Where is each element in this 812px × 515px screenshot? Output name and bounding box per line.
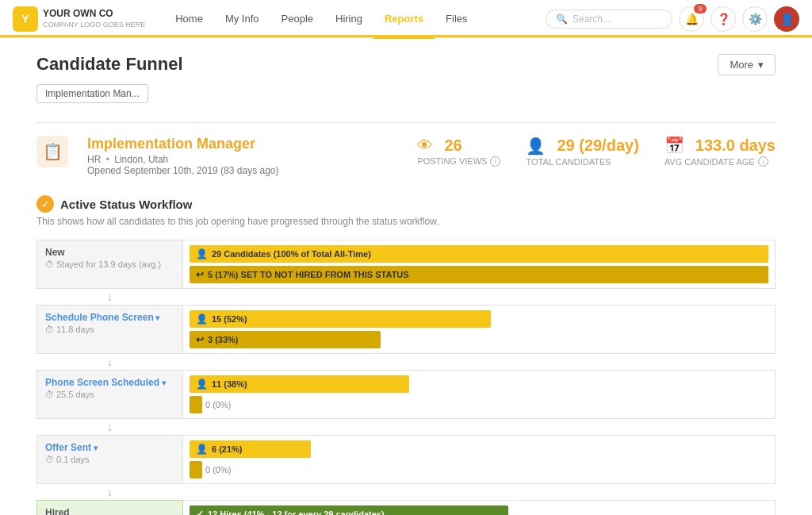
- page-title: Candidate Funnel: [36, 54, 183, 75]
- candidates-icon-4: 👤: [196, 444, 208, 455]
- notification-badge: 9: [694, 4, 707, 13]
- bar-hired-1: ✓ 12 Hires (41% - 12 for every 29 candid…: [190, 505, 768, 515]
- stage-offer-sent-bars: 👤 6 (21%) 0 (0%): [183, 435, 776, 484]
- bar-os-2: 0 (0%): [190, 461, 768, 478]
- stage-new: New ⏱ Stayed for 13.9 days (avg.) 👤 29 C…: [36, 240, 776, 289]
- nav-home[interactable]: Home: [164, 1, 214, 39]
- clock-icon-2: ⏱: [45, 325, 54, 334]
- person-icon: 👤: [526, 136, 546, 156]
- search-box[interactable]: 🔍 Search...: [546, 10, 672, 29]
- settings-button[interactable]: ⚙️: [742, 6, 768, 32]
- nav-people[interactable]: People: [270, 1, 324, 39]
- candidates-icon-2: 👤: [196, 313, 208, 325]
- workflow-description: This shows how all candidates to this jo…: [36, 216, 776, 227]
- job-stats: 👁 26 POSTING VIEWS i 👤 29 (29/day) TOTAL…: [417, 136, 776, 167]
- job-info: 📋 Implementation Manager HR • Lindon, Ut…: [36, 136, 776, 176]
- connector-2: ↓: [36, 354, 776, 370]
- clock-icon-4: ⏱: [45, 455, 54, 464]
- divider: [36, 122, 776, 123]
- eye-icon: 👁: [417, 136, 433, 155]
- navbar: Y YOUR OWN CO COMPANY LOGO GOES HERE Hom…: [0, 0, 812, 38]
- stat-posting-views: 👁 26 POSTING VIEWS i: [417, 136, 500, 167]
- stage-hired: Hired ⏱ 57.2 days to hire ✓ 12 Hires (41…: [36, 500, 776, 515]
- calendar-icon: 📅: [665, 136, 684, 155]
- bar-new-2: ↩ 5 (17%) SET TO NOT HIRED FROM THIS STA…: [190, 266, 768, 283]
- nav-links: Home My Info People Hiring Reports Files: [164, 1, 546, 37]
- stage-new-label: New ⏱ Stayed for 13.9 days (avg.): [36, 240, 183, 289]
- nav-right: 🔍 Search... 🔔 9 ❓ ⚙️ 👤: [546, 6, 799, 32]
- candidates-icon-3: 👤: [196, 379, 208, 390]
- search-icon: 🔍: [556, 13, 568, 25]
- stage-schedule-phone-bars: 👤 15 (52%) ↩ 3 (33%): [183, 305, 776, 354]
- nav-hiring[interactable]: Hiring: [324, 1, 373, 39]
- arrow-down-1: ↓: [36, 289, 183, 305]
- avg-age-info-icon[interactable]: i: [758, 156, 768, 167]
- nav-myinfo[interactable]: My Info: [214, 1, 270, 39]
- stage-hired-label: Hired ⏱ 57.2 days to hire: [36, 500, 183, 515]
- stage-new-bars: 👤 29 Candidates (100% of Total All-Time)…: [183, 240, 776, 289]
- page-header: Candidate Funnel More ▾: [36, 54, 776, 84]
- stage-phone-scheduled-label: Phone Screen Scheduled ⏱ 25.5 days: [36, 370, 183, 419]
- logo-text: YOUR OWN CO COMPANY LOGO GOES HERE: [43, 8, 145, 30]
- search-placeholder: Search...: [573, 13, 611, 25]
- filter-tag[interactable]: Implementation Man...: [36, 84, 148, 103]
- help-button[interactable]: ❓: [710, 6, 736, 32]
- bar-sps-1: 👤 15 (52%): [190, 310, 768, 328]
- posting-views-info-icon[interactable]: i: [490, 156, 500, 167]
- stage-schedule-phone-label: Schedule Phone Screen ⏱ 11.8 days: [36, 305, 183, 354]
- connector-4: ↓: [36, 484, 776, 500]
- connector-1: ↓: [36, 289, 776, 305]
- workflow-title: Active Status Workflow: [60, 198, 192, 211]
- clock-icon: ⏱: [45, 259, 54, 269]
- stat-avg-age: 📅 133.0 days AVG CANDIDATE AGE i: [665, 136, 776, 167]
- stage-phone-scheduled: Phone Screen Scheduled ⏱ 25.5 days 👤 11 …: [36, 370, 776, 419]
- bar-os-1: 👤 6 (21%): [190, 440, 768, 458]
- job-icon: 📋: [36, 136, 68, 167]
- job-title: Implementation Manager: [87, 136, 398, 152]
- clock-icon-3: ⏱: [45, 390, 54, 399]
- job-details: Implementation Manager HR • Lindon, Utah…: [87, 136, 398, 176]
- more-button[interactable]: More ▾: [718, 54, 776, 75]
- not-hired-icon: ↩: [196, 269, 204, 280]
- notifications-button[interactable]: 🔔 9: [679, 6, 704, 32]
- stage-offer-sent-label: Offer Sent ⏱ 0.1 days: [36, 435, 183, 484]
- logo: Y YOUR OWN CO COMPANY LOGO GOES HERE: [13, 6, 145, 32]
- stage-phone-scheduled-bars: 👤 11 (38%) 0 (0%): [183, 370, 776, 419]
- nav-reports[interactable]: Reports: [373, 1, 435, 39]
- job-meta: HR • Lindon, Utah Opened September 10th,…: [87, 154, 398, 176]
- arrow-down-2: ↓: [36, 354, 183, 370]
- stage-offer-sent: Offer Sent ⏱ 0.1 days 👤 6 (21%) 0 (0%): [36, 435, 776, 484]
- bar-pss-1: 👤 11 (38%): [190, 375, 768, 393]
- workflow-check-icon: ✓: [36, 195, 54, 213]
- user-avatar[interactable]: 👤: [774, 6, 799, 32]
- candidates-icon: 👤: [196, 248, 208, 259]
- connector-3: ↓: [36, 419, 776, 435]
- nav-files[interactable]: Files: [435, 1, 478, 39]
- bar-new-1: 👤 29 Candidates (100% of Total All-Time): [190, 245, 768, 263]
- stage-hired-bars: ✓ 12 Hires (41% - 12 for every 29 candid…: [183, 500, 776, 515]
- hired-check-icon: ✓: [196, 509, 204, 515]
- arrow-down-4: ↓: [36, 484, 183, 500]
- not-hired-icon-2: ↩: [196, 334, 204, 345]
- bar-sps-2: ↩ 3 (33%): [190, 331, 768, 348]
- workflow-header: ✓ Active Status Workflow: [36, 195, 776, 213]
- logo-icon: Y: [13, 6, 38, 32]
- stage-schedule-phone: Schedule Phone Screen ⏱ 11.8 days 👤 15 (…: [36, 305, 776, 354]
- main-content: Candidate Funnel More ▾ Implementation M…: [0, 38, 812, 515]
- bar-pss-2: 0 (0%): [190, 396, 768, 413]
- arrow-down-3: ↓: [36, 419, 183, 435]
- stat-total-candidates: 👤 29 (29/day) TOTAL CANDIDATES: [526, 136, 638, 167]
- chevron-down-icon: ▾: [758, 59, 764, 71]
